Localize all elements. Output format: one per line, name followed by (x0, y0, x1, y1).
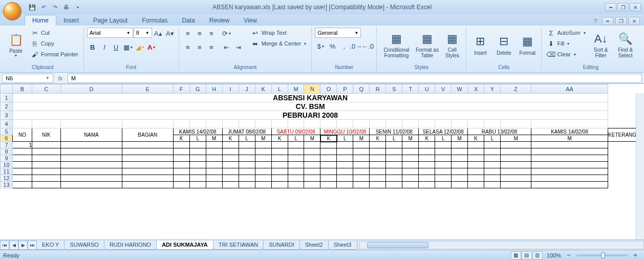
cell[interactable] (12, 120, 32, 128)
prev-sheet-button[interactable]: ◀ (9, 241, 18, 250)
border-button[interactable]: ▦ (122, 41, 134, 53)
column-header[interactable]: Q (353, 84, 370, 94)
table-cell[interactable] (222, 142, 239, 148)
table-cell[interactable] (222, 148, 239, 155)
table-cell[interactable] (60, 182, 122, 188)
table-cell[interactable] (239, 142, 255, 148)
table-cell[interactable] (402, 182, 419, 188)
cell[interactable] (484, 120, 501, 128)
table-cell[interactable] (271, 175, 288, 182)
horizontal-scrollbar[interactable] (359, 241, 645, 249)
table-cell[interactable] (370, 175, 386, 182)
table-cell[interactable] (320, 148, 337, 155)
table-cell[interactable] (353, 155, 370, 162)
table-subheader[interactable]: M (501, 135, 531, 142)
sort-filter-button[interactable]: A↓Sort & Filter (590, 28, 612, 61)
table-header[interactable]: NIK (32, 128, 60, 142)
table-cell[interactable] (173, 155, 189, 162)
table-cell[interactable] (402, 168, 419, 175)
table-subheader[interactable]: K (222, 135, 239, 142)
table-cell[interactable] (239, 175, 255, 182)
table-cell[interactable] (531, 148, 608, 155)
table-cell[interactable] (435, 168, 452, 175)
column-header[interactable]: K (255, 84, 271, 94)
table-cell[interactable] (60, 142, 122, 148)
table-cell[interactable] (189, 142, 206, 148)
table-cell[interactable] (370, 162, 386, 168)
column-header[interactable]: B (12, 84, 32, 94)
table-cell[interactable] (60, 168, 122, 175)
table-cell[interactable] (239, 148, 255, 155)
table-cell[interactable] (402, 148, 419, 155)
column-header[interactable]: F (173, 84, 189, 94)
table-cell[interactable] (304, 155, 320, 162)
table-subheader[interactable]: M (402, 135, 419, 142)
italic-button[interactable]: I (99, 41, 110, 53)
column-header[interactable]: U (419, 84, 435, 94)
column-header[interactable]: Y (484, 84, 501, 94)
table-cell[interactable] (122, 182, 173, 188)
table-cell[interactable] (484, 175, 501, 182)
table-cell[interactable] (435, 182, 452, 188)
cell[interactable] (239, 120, 255, 128)
table-cell[interactable] (271, 162, 288, 168)
cut-button[interactable]: ✂Cut (29, 28, 80, 38)
fill-button[interactable]: ⬇Fill (545, 38, 587, 49)
tab-page-layout[interactable]: Page Layout (86, 15, 135, 26)
table-cell[interactable] (370, 182, 386, 188)
zoom-in-button[interactable]: + (630, 250, 641, 261)
table-cell[interactable] (222, 175, 239, 182)
table-cell[interactable] (60, 155, 122, 162)
table-cell[interactable] (452, 155, 468, 162)
table-header[interactable]: MINGGU 10/02/08 (320, 128, 370, 135)
cell[interactable] (189, 120, 206, 128)
table-cell[interactable] (122, 175, 173, 182)
table-cell[interactable] (337, 162, 353, 168)
underline-button[interactable]: U (111, 41, 122, 53)
table-cell[interactable] (452, 142, 468, 148)
table-cell[interactable] (435, 148, 452, 155)
table-cell[interactable] (419, 175, 435, 182)
table-cell[interactable] (12, 148, 32, 155)
table-cell[interactable] (484, 182, 501, 188)
table-cell[interactable] (452, 148, 468, 155)
table-cell[interactable] (531, 168, 608, 175)
table-cell[interactable] (206, 182, 222, 188)
table-cell[interactable] (353, 182, 370, 188)
table-cell[interactable] (12, 175, 32, 182)
table-cell[interactable] (435, 175, 452, 182)
table-subheader[interactable]: L (288, 135, 304, 142)
table-cell[interactable] (419, 162, 435, 168)
table-cell[interactable] (12, 155, 32, 162)
cell[interactable] (435, 120, 452, 128)
table-cell[interactable] (189, 182, 206, 188)
cell[interactable] (452, 120, 468, 128)
table-cell[interactable] (173, 168, 189, 175)
table-cell[interactable] (386, 148, 402, 155)
name-box[interactable]: N6▼ (2, 74, 53, 83)
column-header[interactable]: H (206, 84, 222, 94)
table-cell[interactable] (189, 148, 206, 155)
table-cell[interactable] (288, 162, 304, 168)
table-cell[interactable] (484, 155, 501, 162)
cell[interactable] (468, 120, 484, 128)
vertical-scrollbar[interactable] (636, 93, 644, 240)
cell[interactable] (255, 120, 271, 128)
column-header[interactable]: D (60, 84, 122, 94)
cell[interactable] (531, 120, 608, 128)
table-cell[interactable] (32, 168, 60, 175)
wrap-text-button[interactable]: ↩Wrap Text (249, 28, 309, 38)
office-button[interactable] (2, 0, 23, 14)
table-cell[interactable] (484, 142, 501, 148)
table-subheader[interactable]: L (435, 135, 452, 142)
row-header[interactable]: 1 (1, 94, 13, 102)
table-cell[interactable] (435, 155, 452, 162)
table-cell[interactable] (337, 182, 353, 188)
table-cell[interactable] (468, 155, 484, 162)
column-header[interactable]: Z (501, 84, 531, 94)
table-cell[interactable] (32, 155, 60, 162)
table-cell[interactable] (304, 142, 320, 148)
table-cell[interactable] (419, 142, 435, 148)
table-cell[interactable] (337, 142, 353, 148)
cell[interactable] (122, 120, 173, 128)
